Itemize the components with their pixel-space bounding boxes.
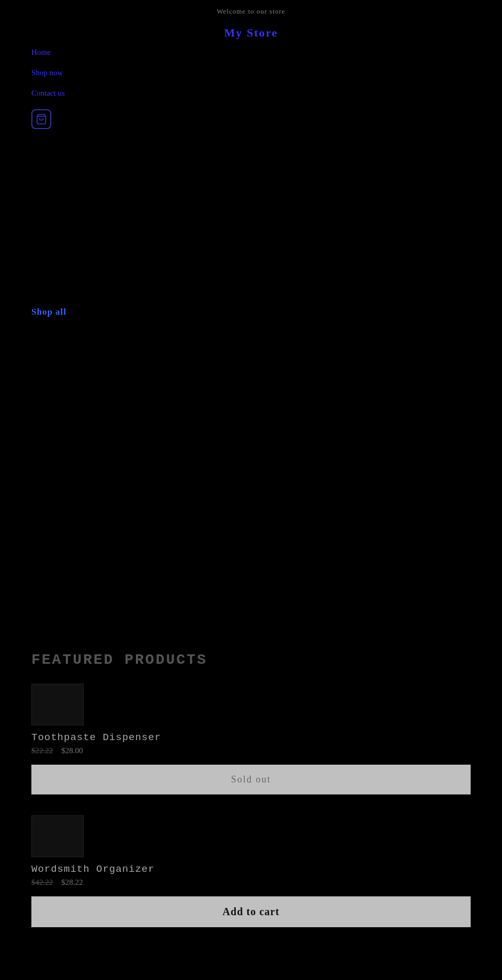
- product-original-price-1: $22.22: [31, 746, 53, 755]
- add-to-cart-button[interactable]: Add to cart: [31, 896, 471, 927]
- product-prices-1: $22.22 $28.00: [31, 746, 471, 755]
- navigation: Home Shop now Contact us: [0, 48, 502, 98]
- nav-home[interactable]: Home: [31, 48, 471, 57]
- hero-section: Shop all: [0, 140, 502, 338]
- shop-all-button[interactable]: Shop all: [31, 307, 66, 317]
- product-card-1: Toothpaste Dispenser $22.22 $28.00 Sold …: [31, 684, 471, 794]
- product-sale-price-1: $28.00: [61, 746, 83, 755]
- featured-section: FEATURED PRODUCTS Toothpaste Dispenser $…: [0, 631, 502, 964]
- product-sale-price-2: $28.22: [61, 878, 83, 887]
- top-banner: Welcome to our store: [0, 0, 502, 21]
- subscribe-section: Subscribe to our emails Be the first to …: [0, 964, 502, 980]
- product-prices-2: $42.22 $28.22: [31, 878, 471, 887]
- banner-text: Welcome to our store: [216, 7, 285, 15]
- product-image-1: [31, 684, 84, 725]
- cart-icon-wrap: [0, 109, 502, 140]
- store-name: My Store: [0, 21, 502, 48]
- product-image-2: [31, 815, 84, 857]
- sold-out-button: Sold out: [31, 765, 471, 794]
- cart-button[interactable]: [31, 109, 51, 129]
- shopping-bag-icon: [36, 113, 47, 125]
- product-name-1: Toothpaste Dispenser: [31, 732, 471, 743]
- nav-contact-us[interactable]: Contact us: [31, 89, 471, 98]
- product-original-price-2: $42.22: [31, 878, 53, 887]
- product-name-2: Wordsmith Organizer: [31, 863, 471, 875]
- nav-shop-now[interactable]: Shop now: [31, 68, 471, 77]
- featured-section-title: FEATURED PRODUCTS: [31, 652, 471, 668]
- product-card-2: Wordsmith Organizer $42.22 $28.22 Add to…: [31, 815, 471, 927]
- store-name-text: My Store: [224, 26, 278, 39]
- hero-image-area: [0, 338, 502, 631]
